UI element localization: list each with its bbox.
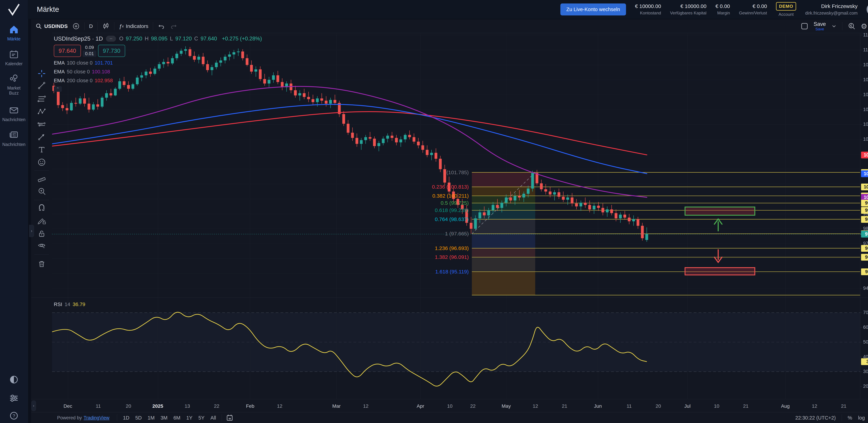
price-chart[interactable]: (101.785)0.236 (100.813)0.382 (100.211)0…	[52, 33, 860, 298]
range-6m-button[interactable]: 6M	[170, 414, 183, 422]
fib-retracement-tool-button[interactable]	[31, 94, 52, 104]
price-label-badge: 102.958	[861, 152, 868, 158]
rsi-pane[interactable]	[52, 298, 860, 399]
indicators-button[interactable]: ƒx Indicators	[119, 23, 148, 30]
text-tool-tool-button[interactable]	[31, 144, 52, 155]
user-info: Dirk Friczewsky dirk.friczewsky@gmail.co…	[805, 3, 858, 15]
time-label: 11	[96, 403, 101, 409]
save-button[interactable]: Save Save	[814, 21, 826, 31]
gear-icon[interactable]: ⚙	[861, 22, 867, 31]
bubbles-icon	[9, 74, 19, 84]
chart-style-icon[interactable]	[102, 22, 110, 30]
log-scale-button[interactable]: log	[858, 415, 865, 421]
time-label: Aug	[781, 403, 790, 409]
svg-text:1.382 (96.091): 1.382 (96.091)	[435, 254, 469, 260]
range-1y-button[interactable]: 1Y	[183, 414, 195, 422]
time-axis[interactable]: ‹ Dec112020251322Feb12Mar12Apr1022May122…	[31, 399, 868, 413]
price-axis[interactable]: 111.000110.000109.000108.000107.000106.0…	[860, 33, 868, 298]
range-all-button[interactable]: All	[208, 414, 219, 422]
powered-by: Powered by TradingView	[31, 415, 117, 421]
time-label: Dec	[64, 403, 72, 409]
time-label: Apr	[416, 403, 424, 409]
mail-icon	[9, 105, 19, 116]
stat-margin: € 0.00 Margin	[715, 3, 730, 15]
drawing-lock-tool-button[interactable]	[31, 216, 52, 226]
sidebar-item-märkte[interactable]: Märkte	[0, 24, 28, 41]
layout-select-icon[interactable]	[801, 22, 808, 30]
sidebar-item-nachrichten[interactable]: Nachrichten	[0, 130, 28, 147]
sidebar-item-kalender[interactable]: Kalender	[0, 50, 28, 66]
xabcd-pattern-tool-button[interactable]	[31, 106, 52, 117]
zoom-in-tool-button[interactable]	[31, 186, 52, 196]
save-menu-chevron-icon[interactable]	[831, 23, 837, 29]
ruler-tool-button[interactable]	[31, 173, 52, 184]
clock[interactable]: 22:30:22 (UTC+2)	[795, 415, 836, 421]
contrast-icon	[9, 375, 19, 385]
price-tick: 107.000	[863, 92, 868, 97]
demo-badge: DEMO	[776, 2, 796, 10]
parallel-channel-tool-button[interactable]	[31, 119, 52, 129]
price-label-badge: 99.239	[861, 207, 868, 214]
switch-to-live-button[interactable]: Zu Live-Konto wechseln	[560, 3, 626, 15]
redo-icon[interactable]	[170, 22, 178, 30]
sidebar-item-nachrichten[interactable]: Nachrichten	[0, 105, 28, 122]
range-3m-button[interactable]: 3M	[158, 414, 170, 422]
help-button[interactable]: ?	[0, 411, 28, 421]
trend-line-icon	[37, 81, 46, 90]
interval-button[interactable]: D	[89, 23, 93, 29]
drawing-lock-icon	[37, 216, 46, 225]
price-tick: 109.000	[863, 62, 868, 67]
quick-search-icon[interactable]	[847, 22, 856, 30]
time-label: 12	[533, 403, 538, 409]
price-tick: 108.000	[863, 77, 868, 83]
price-label-badge: 101.701	[861, 170, 868, 177]
timeline-collapse-handle[interactable]: ‹	[31, 401, 36, 411]
svg-text:?: ?	[13, 413, 15, 419]
rsi-axis[interactable]: 70.0060.0050.0040.0030.0020.0036.79	[860, 298, 868, 399]
sidebar-item-market-buzz[interactable]: MarketBuzz	[0, 74, 28, 96]
range-1d-button[interactable]: 1D	[120, 414, 132, 422]
text-tool-icon	[37, 145, 46, 154]
emoji-tool-tool-button[interactable]	[31, 157, 52, 167]
time-label: 2025	[152, 403, 163, 409]
theme-toggle[interactable]	[0, 375, 28, 385]
bottom-toolbar: Powered by TradingView 1D5D1M3M6M1Y5YAll…	[31, 412, 868, 423]
drawing-toolbar-expand-handle[interactable]: ›	[29, 225, 34, 237]
lock-all-tool-button[interactable]	[31, 228, 52, 238]
home-icon	[9, 24, 19, 35]
time-label: 11	[626, 403, 631, 409]
symbol-search-button[interactable]: USDINDS	[35, 23, 68, 30]
range-1m-button[interactable]: 1M	[145, 414, 157, 422]
symbol-name: USDINDS	[44, 23, 68, 29]
remove-all-tool-button[interactable]	[31, 259, 52, 269]
chart-toolbar-right: Save Save ⚙	[801, 20, 868, 33]
price-label-badge: 96.091	[861, 254, 868, 261]
price-tick: 110.000	[863, 47, 868, 53]
time-label: 20	[126, 403, 131, 409]
goto-date-icon[interactable]	[226, 414, 234, 422]
crosshair-icon	[37, 69, 46, 78]
compare-add-icon[interactable]	[72, 22, 80, 30]
trading-app: MärkteKalenderMarketBuzzNachrichtenNachr…	[0, 0, 868, 423]
app-settings-button[interactable]	[0, 393, 28, 403]
trend-line-tool-button[interactable]	[31, 80, 52, 91]
price-tick: 105.000	[863, 122, 868, 127]
rsi-tick: 20.00	[863, 384, 868, 389]
magnet-icon	[37, 203, 46, 213]
avatar[interactable]	[867, 3, 868, 16]
hide-all-tool-button[interactable]	[31, 241, 52, 251]
tradingview-link[interactable]: TradingView	[84, 415, 110, 421]
fx-icon: ƒx	[119, 23, 124, 30]
crosshair-tool-button[interactable]	[31, 68, 52, 78]
time-label: 21	[841, 403, 846, 409]
undo-icon[interactable]	[158, 22, 165, 30]
zoom-in-icon	[37, 187, 46, 196]
ruler-icon	[37, 174, 46, 183]
percent-scale-button[interactable]: %	[848, 415, 852, 421]
arrow-marker-tool-button[interactable]	[31, 132, 52, 142]
rsi-tick: 60.00	[863, 325, 868, 330]
price-tick: 106.000	[863, 107, 868, 112]
range-5y-button[interactable]: 5Y	[195, 414, 208, 422]
range-5d-button[interactable]: 5D	[132, 414, 145, 422]
magnet-tool-button[interactable]	[31, 203, 52, 213]
